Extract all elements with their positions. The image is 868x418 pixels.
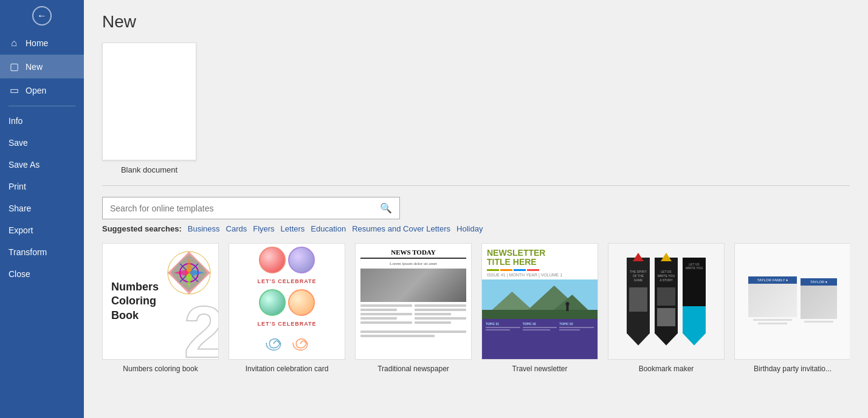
nl-photo: [482, 279, 598, 319]
nl-topic-line: [486, 327, 520, 328]
news-line: [415, 304, 466, 307]
coloring-deco-svg: [165, 248, 213, 297]
sidebar-item-close[interactable]: Close: [0, 263, 84, 285]
search-button[interactable]: 🔍: [373, 197, 399, 219]
sidebar-item-open[interactable]: ▭ Open: [0, 78, 84, 102]
invite-circle-1: [259, 247, 286, 273]
news-line: [360, 309, 397, 311]
news-col-2: [415, 304, 466, 326]
nl-line: [514, 269, 526, 271]
coloring-number: 2: [184, 295, 218, 359]
bm-point-3: [683, 334, 706, 346]
nl-topic-line: [559, 327, 594, 328]
svg-point-9: [566, 302, 570, 306]
bookmark-1: THE SPIRIT OF THE GAME: [627, 258, 650, 346]
nl-topic-2: TOPIC 02: [523, 322, 557, 356]
blank-document-card[interactable]: [102, 43, 196, 160]
news-header: NEWS TODAY: [360, 248, 466, 259]
nl-top: NEWSLETTERTITLE HERE ISSUE #1 | MONTH YE…: [482, 244, 598, 279]
bm-ribbon-2: [661, 253, 672, 261]
suggestion-business[interactable]: Business: [188, 224, 220, 233]
invite-circle-4: [288, 289, 315, 316]
birthday-content: TAYLOR FAMILY ♦ TAYLOR ♦: [735, 244, 850, 359]
nl-topic-line: [486, 329, 510, 331]
sidebar-item-print[interactable]: Print: [0, 176, 84, 197]
coloring-text: NumbersColoringBook: [111, 280, 159, 323]
invite-row-3: [261, 332, 312, 356]
template-name-newspaper: Traditional newspaper: [377, 365, 449, 373]
template-thumb-invitation: LET'S CELEBRATE LET'S CELEBRATE: [229, 243, 345, 360]
invite-spiral-1: [261, 332, 286, 356]
news-image: [360, 269, 466, 302]
sidebar-item-info[interactable]: Info: [0, 110, 84, 132]
bm-body-2: LET US WRITE YOU A STORY: [655, 258, 678, 334]
sidebar-item-save[interactable]: Save: [0, 132, 84, 154]
template-bookmark[interactable]: THE SPIRIT OF THE GAME LET US WRITE YOU …: [608, 243, 725, 373]
section-divider: [102, 185, 850, 186]
template-invitation[interactable]: LET'S CELEBRATE LET'S CELEBRATE: [229, 243, 345, 373]
bm-text-1: THE SPIRIT OF THE GAME: [627, 258, 650, 285]
bookmark-content: THE SPIRIT OF THE GAME LET US WRITE YOU …: [608, 244, 724, 359]
bday-header: TAYLOR FAMILY ♦: [748, 276, 797, 284]
suggestion-education[interactable]: Education: [311, 224, 346, 233]
bm-point-2: [655, 334, 678, 346]
suggestion-resumes[interactable]: Resumes and Cover Letters: [352, 224, 450, 233]
template-name-invitation: Invitation celebration card: [246, 365, 329, 373]
sidebar-label-new: New: [26, 62, 43, 72]
template-newsletter[interactable]: NEWSLETTERTITLE HERE ISSUE #1 | MONTH YE…: [481, 243, 598, 373]
nl-topic-line: [559, 329, 580, 331]
suggestion-flyers[interactable]: Flyers: [253, 224, 274, 233]
nl-topics: TOPIC 01 TOPIC 02 TOPIC 03: [482, 319, 598, 359]
back-button[interactable]: ←: [32, 6, 52, 26]
page-title: New: [102, 12, 850, 32]
sidebar-divider: [9, 106, 75, 106]
news-footer-line: [360, 331, 466, 333]
nl-topic-label: TOPIC 03: [559, 322, 594, 326]
mountain-svg: [482, 279, 598, 319]
bday-photo: [748, 284, 797, 317]
bm-bottom-3: [683, 306, 706, 334]
bm-body-1: THE SPIRIT OF THE GAME: [627, 258, 650, 334]
suggested-searches: Suggested searches: Business Cards Flyer…: [102, 224, 850, 233]
search-input[interactable]: [103, 199, 373, 218]
home-icon: ⌂: [9, 38, 19, 49]
news-footer-line-2: [360, 335, 435, 337]
coloring-thumb: NumbersColoringBook 2: [103, 244, 218, 359]
invite-row-2: [259, 289, 315, 316]
nl-title: NEWSLETTERTITLE HERE: [487, 248, 593, 267]
blank-doc-label: Blank document: [102, 165, 196, 174]
main-content: New Blank document 🔍 Suggested searches:…: [84, 0, 868, 418]
sidebar-item-share[interactable]: Share: [0, 197, 84, 219]
nl-issue: ISSUE #1 | MONTH YEAR | VOLUME 1: [487, 273, 593, 277]
sidebar-item-save-as[interactable]: Save As: [0, 154, 84, 176]
nl-topic-3: TOPIC 03: [559, 322, 594, 356]
nl-line: [500, 269, 512, 271]
template-name-birthday: Birthday party invitatio...: [754, 365, 832, 373]
suggestion-holiday[interactable]: Holiday: [456, 224, 483, 233]
template-birthday[interactable]: TAYLOR FAMILY ♦ TAYLOR ♦ Birthday party …: [734, 243, 850, 373]
bm-top-3: LET US WRITE YOU: [683, 258, 706, 306]
bm-text-3: LET US WRITE YOU: [683, 258, 706, 275]
news-line: [360, 321, 412, 324]
news-line: [415, 313, 451, 315]
search-section: 🔍 Suggested searches: Business Cards Fly…: [102, 197, 850, 233]
suggestion-cards[interactable]: Cards: [226, 224, 247, 233]
news-line: [360, 313, 412, 315]
suggestion-letters[interactable]: Letters: [281, 224, 305, 233]
news-line: [360, 304, 412, 307]
sidebar-item-transform[interactable]: Transform: [0, 241, 84, 263]
sidebar-item-new[interactable]: ▢ New: [0, 55, 84, 78]
template-newspaper[interactable]: NEWS TODAY Lorem ipsum dolor sit amet: [355, 243, 472, 373]
bday-header-2: TAYLOR ♦: [801, 278, 837, 286]
template-coloring-book[interactable]: NumbersColoringBook 2 Numbers coloring b…: [102, 243, 219, 373]
sidebar-label-home: Home: [26, 38, 48, 48]
sidebar-item-export[interactable]: Export: [0, 219, 84, 241]
search-bar: 🔍: [102, 197, 400, 219]
bm-photo-2: [657, 287, 675, 306]
invite-circle-3: [259, 289, 286, 316]
template-thumb-newsletter: NEWSLETTERTITLE HERE ISSUE #1 | MONTH YE…: [481, 243, 598, 360]
news-line: [360, 317, 397, 320]
news-line: [415, 317, 466, 320]
sidebar-item-home[interactable]: ⌂ Home: [0, 32, 84, 55]
sidebar: ← ⌂ Home ▢ New ▭ Open Info Save Save As …: [0, 0, 84, 418]
